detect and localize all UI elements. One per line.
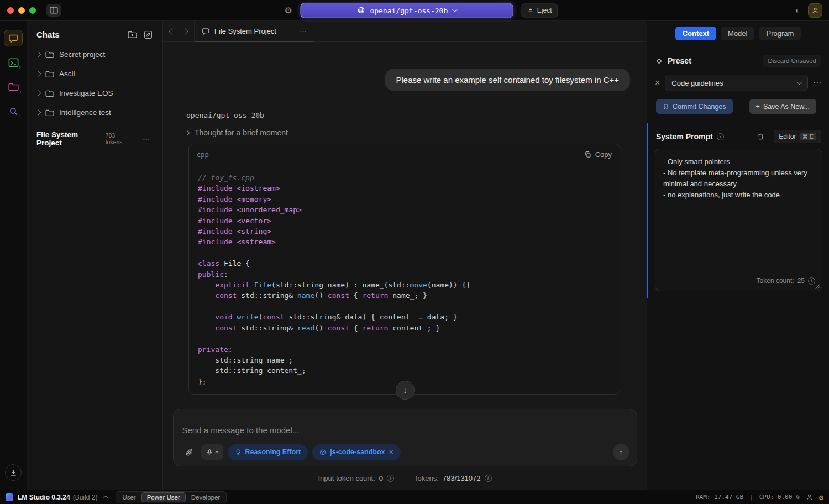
user-settings-button[interactable] — [808, 3, 822, 18]
preset-dropdown[interactable]: Code guidelines — [665, 75, 808, 91]
save-as-new-button[interactable]: Save As New... — [749, 99, 816, 114]
chat-tab[interactable]: File System Project — [194, 21, 314, 41]
tab-label: File System Project — [214, 27, 276, 35]
input-token-count-label: Input token count: — [318, 474, 375, 482]
mode-developer[interactable]: Developer — [186, 492, 225, 502]
reasoning-effort-button[interactable]: Reasoning Effort — [228, 444, 308, 460]
folder-icon — [45, 70, 54, 78]
settings-gear-icon[interactable] — [819, 494, 823, 501]
inspector-tabs: ContextModelProgram — [647, 21, 829, 47]
nav-my-models-button[interactable]: 3 — [4, 78, 23, 95]
tab-more-button[interactable] — [300, 27, 307, 35]
eject-model-button[interactable]: Eject — [522, 3, 558, 17]
input-token-count-value: 0 — [379, 474, 383, 482]
code-line: const std::string& name() const { return… — [198, 290, 611, 301]
chat-more-button[interactable] — [140, 134, 153, 143]
sidebar-chat-folder[interactable]: Secret project — [33, 45, 156, 64]
voice-input-button[interactable] — [201, 444, 223, 460]
nav-developer-button[interactable]: 2 — [4, 54, 23, 71]
message-input[interactable] — [182, 417, 629, 444]
new-chat-button[interactable] — [144, 30, 153, 39]
terminal-icon — [8, 58, 19, 67]
preset-more-button[interactable] — [813, 78, 821, 88]
thinking-disclosure[interactable]: Thought for a brief moment — [185, 128, 288, 137]
toggle-sidebar-button[interactable] — [46, 4, 61, 17]
code-line — [198, 248, 611, 258]
open-editor-button[interactable]: Editor ⌘ E — [774, 130, 821, 143]
mode-power-user[interactable]: Power User — [141, 492, 186, 502]
chat-folder-list: Secret project Ascii Investigate EOS Int… — [33, 45, 156, 122]
attach-file-button[interactable] — [182, 444, 197, 460]
code-line: private: — [198, 344, 611, 355]
info-icon[interactable] — [717, 133, 724, 140]
sidebar-chat-folder[interactable]: Intelligence test — [33, 103, 156, 122]
nav-discover-button[interactable]: 4 — [4, 103, 23, 119]
close-window-button[interactable] — [7, 7, 14, 14]
model-settings-gear-icon[interactable] — [284, 6, 292, 15]
inspector-tab-model[interactable]: Model — [721, 27, 754, 40]
code-line: #include <string> — [198, 226, 611, 237]
folder-name: Investigate EOS — [59, 89, 113, 97]
context-tokens-label: Tokens: — [414, 474, 439, 482]
folder-icon — [45, 51, 54, 59]
downloads-button[interactable] — [5, 464, 22, 481]
sidebar-chat-folder[interactable]: Investigate EOS — [33, 83, 156, 103]
clear-system-prompt-button[interactable] — [757, 133, 764, 140]
code-line: explicit File(std::string name) : name_(… — [198, 280, 611, 290]
inspector-tab-context[interactable]: Context — [675, 27, 716, 40]
resize-handle[interactable] — [815, 284, 820, 289]
system-prompt-editor[interactable]: - Only smart pointers- No template meta-… — [655, 149, 822, 291]
zoom-window-button[interactable] — [29, 7, 36, 14]
code-line: class File { — [198, 258, 611, 269]
microphone-icon — [206, 449, 213, 456]
history-forward-button[interactable] — [179, 21, 192, 41]
sidebar-chat-folder[interactable]: Ascii — [33, 64, 156, 83]
code-line: std::string content_; — [198, 365, 611, 376]
theme-icon[interactable] — [795, 6, 800, 14]
user-icon[interactable] — [806, 494, 813, 501]
clear-preset-button[interactable] — [655, 78, 660, 87]
code-line: #include <iostream> — [198, 183, 611, 193]
chats-sidebar: Chats Secret project Ascii Investigate E… — [27, 21, 163, 490]
message-composer: Reasoning Effort js-code-sandbox — [173, 409, 637, 466]
inspector-tab-program[interactable]: Program — [759, 27, 801, 40]
system-prompt-line: - Only smart pointers — [663, 156, 814, 167]
commit-changes-button[interactable]: Commit Changes — [656, 99, 733, 114]
history-back-button[interactable] — [165, 21, 179, 41]
info-icon[interactable] — [485, 475, 492, 482]
expand-status-button[interactable] — [104, 495, 108, 500]
remove-plugin-button[interactable] — [389, 448, 393, 456]
assistant-model-name: openai/gpt-oss-20b — [186, 111, 647, 119]
chat-bubble-icon — [8, 34, 18, 43]
folder-name: Intelligence test — [59, 108, 111, 117]
chevron-down-icon — [452, 7, 458, 12]
system-prompt-line: - no explanations, just write the code — [663, 190, 814, 201]
discard-unsaved-button[interactable]: Discard Unsaved — [763, 55, 821, 67]
title-bar: openai/gpt-oss-20b Eject — [0, 0, 829, 21]
folder-icon — [45, 90, 54, 97]
nav-chat-button[interactable] — [4, 30, 23, 46]
preset-section-title: Preset — [668, 56, 691, 65]
inspector-sidebar: ContextModelProgram Preset Discard Unsav… — [647, 21, 829, 490]
model-selector-button[interactable]: openai/gpt-oss-20b — [301, 3, 513, 18]
sandbox-icon — [319, 449, 326, 456]
chevron-right-icon — [36, 110, 41, 116]
minimize-window-button[interactable] — [18, 7, 25, 14]
new-folder-button[interactable] — [128, 30, 137, 39]
new-chat-icon — [144, 30, 153, 39]
context-tokens-value: 783/131072 — [443, 474, 481, 482]
user-message-bubble: Please write an example self contained t… — [385, 69, 630, 91]
chat-item-selected[interactable]: File System Project 783 tokens — [33, 125, 156, 152]
mode-user[interactable]: User — [117, 492, 141, 502]
send-message-button[interactable] — [613, 444, 629, 460]
info-icon[interactable] — [387, 475, 394, 482]
loaded-model-name: openai/gpt-oss-20b — [370, 6, 448, 14]
scroll-to-bottom-button[interactable] — [396, 381, 414, 400]
plugin-js-code-sandbox-chip[interactable]: js-code-sandbox — [312, 444, 401, 460]
eject-icon — [528, 7, 534, 13]
status-bar: LM Studio 0.3.24 (Build 2) UserPower Use… — [0, 490, 829, 504]
code-line: #include <vector> — [198, 216, 611, 226]
copy-code-button[interactable]: Copy — [584, 150, 612, 159]
shortcut-badge: 3 — [19, 90, 21, 95]
code-line: #include <sstream> — [198, 237, 611, 247]
